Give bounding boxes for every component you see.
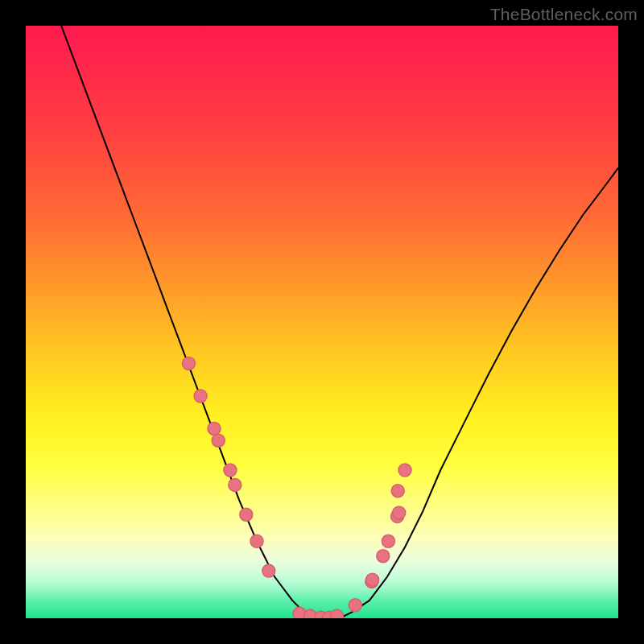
- bottleneck-curve: [61, 26, 618, 618]
- plot-area: [26, 26, 618, 618]
- data-point: [391, 485, 404, 497]
- data-point: [250, 535, 263, 547]
- data-point: [382, 535, 394, 547]
- data-point: [349, 599, 361, 612]
- chart-svg: [26, 26, 618, 618]
- data-point: [208, 423, 221, 436]
- data-point: [330, 609, 343, 618]
- data-point: [366, 573, 379, 586]
- data-point: [224, 464, 237, 477]
- data-point: [262, 564, 275, 577]
- data-point: [229, 478, 242, 491]
- watermark-text: TheBottleneck.com: [490, 5, 638, 24]
- chart-frame: TheBottleneck.com: [0, 0, 644, 644]
- data-point: [398, 464, 411, 477]
- data-point: [240, 508, 253, 521]
- data-points: [182, 357, 411, 619]
- data-point: [182, 357, 195, 370]
- data-point: [393, 506, 406, 519]
- data-point: [212, 434, 225, 447]
- data-point: [377, 550, 390, 563]
- data-point: [194, 390, 207, 402]
